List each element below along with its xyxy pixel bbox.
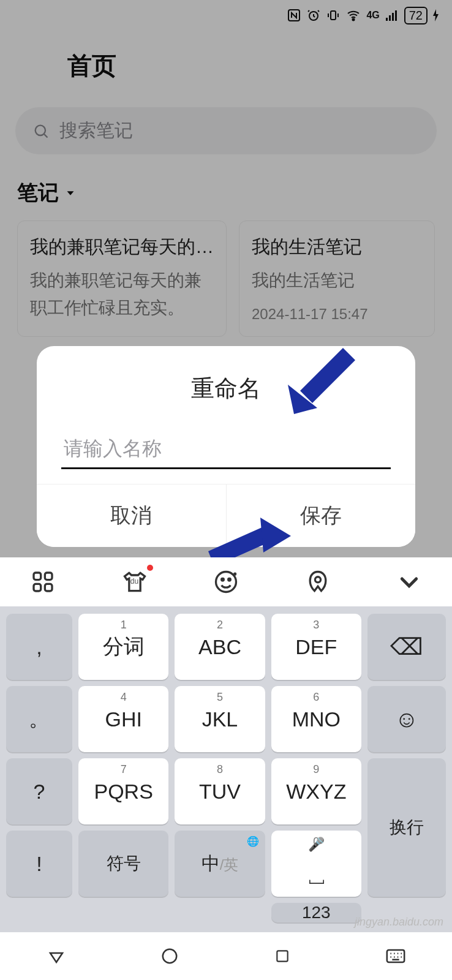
kb-collapse-icon[interactable]: [393, 566, 425, 598]
svg-point-15: [228, 579, 231, 581]
nav-home[interactable]: [157, 944, 182, 968]
key-backspace[interactable]: ⌫: [367, 614, 446, 680]
key-language[interactable]: 🌐 中/英: [175, 831, 265, 897]
key-1[interactable]: 1分词: [78, 614, 168, 680]
keyboard-toolbar: du: [0, 557, 452, 606]
key-numeric[interactable]: 123: [271, 903, 361, 922]
svg-point-16: [315, 577, 320, 582]
svg-point-13: [216, 572, 236, 592]
rename-dialog: 重命名 取消 保存: [37, 346, 415, 547]
watermark: jingyan.baidu.com: [355, 916, 443, 929]
backspace-icon: ⌫: [390, 633, 423, 660]
key-5[interactable]: 5JKL: [175, 686, 265, 752]
nav-back[interactable]: [44, 944, 69, 968]
key-4[interactable]: 4GHI: [78, 686, 168, 752]
key-8[interactable]: 8TUV: [175, 758, 265, 824]
kb-face-icon[interactable]: [210, 566, 242, 598]
key-9[interactable]: 9WXYZ: [271, 758, 361, 824]
svg-rect-12: [45, 584, 52, 591]
nav-keyboard-toggle[interactable]: [383, 944, 408, 968]
svg-point-14: [222, 579, 224, 581]
cancel-button[interactable]: 取消: [37, 484, 226, 547]
key-space[interactable]: 0 🎤 ⎵: [271, 831, 361, 897]
key-comma[interactable]: ,: [6, 614, 72, 680]
svg-rect-18: [277, 951, 288, 961]
keyboard: , 1分词 2ABC 3DEF ⌫ 。 4GHI 5JKL 6MNO ☺ ? 7…: [0, 606, 452, 932]
key-exclaim[interactable]: !: [6, 831, 72, 897]
key-3[interactable]: 3DEF: [271, 614, 361, 680]
kb-apps-icon[interactable]: [27, 566, 59, 598]
kb-shirt-icon[interactable]: du: [119, 566, 151, 598]
svg-rect-10: [45, 573, 52, 580]
system-nav-bar: [0, 932, 452, 980]
key-symbol[interactable]: 符号: [78, 831, 168, 897]
kb-person-icon[interactable]: [302, 566, 334, 598]
space-icon: ⎵: [309, 862, 323, 889]
emoji-icon: ☺: [395, 706, 419, 733]
globe-icon: 🌐: [247, 835, 259, 847]
rename-input[interactable]: [61, 429, 391, 469]
key-period[interactable]: 。: [6, 686, 72, 752]
key-6[interactable]: 6MNO: [271, 686, 361, 752]
key-emoji[interactable]: ☺: [367, 686, 446, 752]
nav-recent[interactable]: [270, 944, 295, 968]
notification-dot-icon: [147, 565, 153, 571]
save-button[interactable]: 保存: [226, 484, 416, 547]
key-2[interactable]: 2ABC: [175, 614, 265, 680]
mic-icon: 🎤: [308, 837, 325, 853]
key-7[interactable]: 7PQRS: [78, 758, 168, 824]
dialog-title: 重命名: [37, 346, 415, 423]
svg-rect-9: [34, 573, 41, 580]
svg-point-17: [163, 949, 177, 963]
key-question[interactable]: ?: [6, 758, 72, 824]
svg-rect-11: [34, 584, 41, 591]
key-enter[interactable]: 换行: [367, 758, 446, 897]
